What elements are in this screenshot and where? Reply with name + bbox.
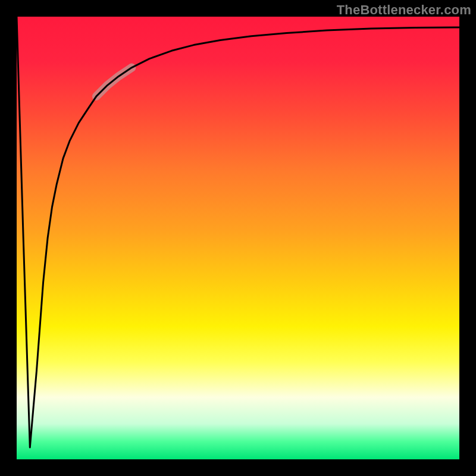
background-heat-gradient — [17, 17, 459, 459]
svg-rect-0 — [17, 17, 459, 459]
chart-frame: TheBottlenecker.com — [0, 0, 476, 476]
plot-area — [17, 17, 459, 459]
watermark-text: TheBottlenecker.com — [337, 2, 471, 18]
